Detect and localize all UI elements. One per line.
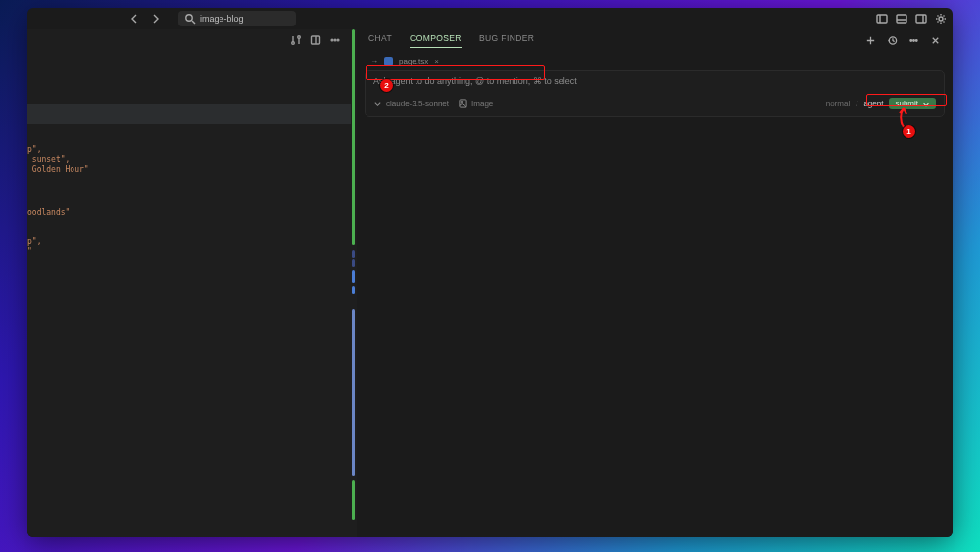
panel-tabs: CHAT COMPOSER BUG FINDER — [357, 29, 953, 51]
history-icon[interactable] — [886, 34, 898, 46]
code-text: sunset", — [27, 155, 70, 164]
svg-rect-1 — [877, 15, 887, 23]
gutter-mark — [352, 259, 355, 267]
code-text: " — [27, 247, 32, 256]
code-text: p", — [27, 237, 41, 246]
gutter-mark — [352, 286, 355, 294]
panel-left-icon[interactable] — [876, 13, 888, 25]
model-label: claude-3.5-sonnet — [386, 99, 449, 108]
svg-point-13 — [912, 39, 914, 41]
mode-sep: / — [856, 99, 858, 108]
code-text: Golden Hour" — [27, 165, 89, 174]
svg-point-10 — [337, 39, 339, 41]
svg-point-4 — [939, 17, 943, 21]
annotation-badge-1: 1 — [903, 125, 915, 138]
svg-point-12 — [909, 39, 911, 41]
crumb-file-name[interactable]: page.tsx — [399, 57, 428, 66]
mode-normal[interactable]: normal — [826, 99, 850, 108]
split-editor-icon[interactable] — [310, 34, 321, 46]
titlebar-search[interactable]: image-blog — [178, 11, 296, 26]
panel-close-icon[interactable] — [929, 34, 941, 46]
titlebar: image-blog — [27, 8, 953, 29]
panel-tabs-right — [864, 34, 941, 46]
nav-back-icon[interactable] — [129, 13, 141, 25]
code-text: p", — [27, 145, 41, 154]
desktop-wallpaper: image-blog — [0, 0, 980, 552]
code-selection-line — [27, 104, 351, 114]
svg-point-5 — [292, 42, 295, 45]
context-crumb: → page.tsx × — [357, 51, 953, 70]
crumb-arrow-icon: → — [370, 57, 378, 66]
gutter-added — [352, 29, 355, 245]
new-chat-icon[interactable] — [864, 34, 876, 46]
svg-point-6 — [298, 36, 301, 39]
svg-rect-2 — [897, 15, 906, 23]
tab-bug-finder[interactable]: BUG FINDER — [479, 33, 534, 48]
panel-tabs-left: CHAT COMPOSER BUG FINDER — [368, 33, 534, 48]
nav-forward-icon[interactable] — [149, 13, 161, 25]
editor-pane: p", sunset", Golden Hour" oodlands" p", … — [27, 29, 351, 537]
svg-point-9 — [334, 39, 336, 41]
titlebar-left: image-blog — [33, 11, 296, 26]
gutter-mark — [352, 270, 355, 283]
tab-chat[interactable]: CHAT — [368, 33, 392, 48]
svg-rect-3 — [916, 15, 926, 23]
titlebar-search-text: image-blog — [200, 14, 244, 24]
panel-bottom-icon[interactable] — [896, 13, 907, 25]
search-icon — [184, 13, 196, 25]
editor-toolbar — [27, 29, 351, 51]
code-area[interactable]: p", sunset", Golden Hour" oodlands" p", … — [27, 51, 351, 537]
composer-card: Ask agent to do anything, @ to mention, … — [365, 70, 945, 117]
panel-right-icon[interactable] — [915, 13, 927, 25]
model-picker[interactable]: claude-3.5-sonnet — [373, 99, 449, 108]
compare-changes-icon[interactable] — [290, 34, 302, 46]
panel-more-icon[interactable] — [907, 34, 919, 46]
settings-gear-icon[interactable] — [935, 13, 947, 25]
composer-pane: CHAT COMPOSER BUG FINDER → page.tsx — [357, 29, 953, 537]
composer-footer: claude-3.5-sonnet Image normal / agent — [366, 92, 944, 116]
svg-point-8 — [331, 39, 333, 41]
mode-agent[interactable]: agent — [863, 99, 883, 108]
nav-arrows — [129, 13, 161, 25]
gutter-modified — [352, 309, 355, 476]
app-window: image-blog — [27, 8, 953, 537]
tab-composer[interactable]: COMPOSER — [410, 33, 462, 48]
annotation-badge-2: 2 — [380, 79, 393, 92]
more-icon[interactable] — [329, 34, 341, 46]
composer-input[interactable]: Ask agent to do anything, @ to mention, … — [366, 71, 944, 92]
attach-image[interactable]: Image — [459, 99, 493, 108]
composer-footer-left: claude-3.5-sonnet Image — [373, 99, 493, 108]
titlebar-right — [876, 13, 947, 25]
svg-point-0 — [186, 15, 192, 21]
code-text: oodlands" — [27, 208, 70, 217]
crumb-close-icon[interactable]: × — [434, 57, 439, 66]
composer-footer-right: normal / agent submit — [826, 98, 936, 109]
svg-point-14 — [915, 39, 917, 41]
attach-label: Image — [471, 99, 493, 108]
gutter-added — [352, 480, 355, 520]
svg-point-16 — [461, 101, 462, 102]
gutter-mark — [352, 250, 355, 258]
code-selection-line — [27, 114, 351, 124]
app-body: p", sunset", Golden Hour" oodlands" p", … — [27, 29, 953, 537]
file-icon — [384, 57, 393, 66]
